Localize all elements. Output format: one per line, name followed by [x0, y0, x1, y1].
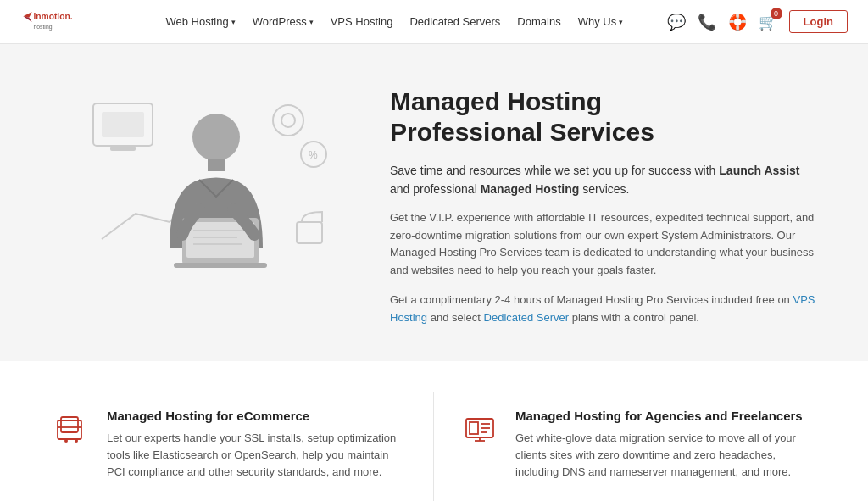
hero-desc: Get the V.I.P. experience with affordabl… — [390, 209, 817, 280]
hero-free-note: Get a complimentary 2-4 hours of Managed… — [390, 292, 817, 327]
hero-section: % — [0, 44, 868, 361]
svg-point-11 — [192, 114, 240, 161]
feature-agencies: Managed Hosting for Agencies and Freelan… — [434, 392, 817, 498]
support-icon[interactable]: 🛟 — [728, 13, 747, 31]
login-button[interactable]: Login — [789, 10, 848, 33]
nav-links: Web Hosting ▾ WordPress ▾ VPS Hosting De… — [165, 15, 623, 28]
web-hosting-caret: ▾ — [231, 18, 236, 26]
svg-rect-10 — [297, 222, 322, 243]
chat-icon[interactable]: 💬 — [667, 13, 686, 31]
feature-ecommerce: Managed Hosting for eCommerce Let our ex… — [51, 392, 434, 498]
agencies-title: Managed Hosting for Agencies and Freelan… — [515, 409, 817, 423]
svg-point-7 — [281, 114, 295, 127]
feature-enterprise: Managed Hosting for Enterprise-level Bus… — [51, 498, 434, 501]
features-section: Managed Hosting for eCommerce Let our ex… — [0, 361, 868, 501]
managed-hosting-text: Managed Hosting — [481, 182, 580, 196]
cart-badge: 0 — [771, 8, 782, 19]
nav-vps-hosting[interactable]: VPS Hosting — [331, 15, 393, 28]
launch-assist-text: Launch Assist — [719, 164, 799, 177]
agencies-text: Managed Hosting for Agencies and Freelan… — [515, 409, 817, 481]
hero-illustration: % — [85, 78, 339, 281]
ecommerce-desc: Let our experts handle your SSL installs… — [107, 430, 408, 481]
svg-point-21 — [64, 439, 68, 443]
dedicated-server-link[interactable]: Dedicated Server — [484, 311, 569, 324]
svg-rect-5 — [110, 146, 136, 151]
why-us-caret: ▾ — [619, 18, 623, 26]
cart-icon[interactable]: 🛒 0 — [759, 13, 777, 31]
svg-rect-15 — [174, 263, 267, 268]
feature-everything: Managed Hosting for Everything in Betwee… — [434, 498, 817, 501]
hero-title: Managed Hosting Professional Services — [390, 86, 817, 148]
svg-text:hosting: hosting — [33, 23, 52, 30]
nav-dedicated-servers[interactable]: Dedicated Servers — [409, 15, 500, 28]
logo[interactable]: inmotion. hosting — [20, 8, 122, 36]
hero-intro: Save time and resources while we set you… — [390, 161, 817, 199]
svg-rect-25 — [470, 422, 478, 434]
ecommerce-title: Managed Hosting for eCommerce — [107, 409, 408, 423]
svg-text:inmotion.: inmotion. — [33, 12, 72, 21]
phone-icon[interactable]: 📞 — [698, 13, 716, 31]
svg-point-6 — [273, 105, 303, 136]
nav-web-hosting[interactable]: Web Hosting ▾ — [165, 15, 235, 28]
wordpress-caret: ▾ — [309, 18, 314, 26]
svg-rect-12 — [208, 159, 225, 171]
nav-icons: 💬 📞 🛟 🛒 0 Login — [667, 10, 848, 33]
hero-text-area: Managed Hosting Professional Services Sa… — [390, 78, 817, 327]
svg-point-22 — [75, 439, 78, 443]
nav-why-us[interactable]: Why Us ▾ — [578, 15, 624, 28]
agencies-icon — [459, 409, 500, 449]
ecommerce-text: Managed Hosting for eCommerce Let our ex… — [107, 409, 408, 481]
svg-rect-3 — [102, 112, 144, 137]
navbar: inmotion. hosting Web Hosting ▾ WordPres… — [0, 0, 868, 44]
ecommerce-icon — [51, 409, 92, 449]
svg-rect-20 — [61, 417, 78, 432]
agencies-desc: Get white-glove data migration service t… — [515, 430, 817, 481]
svg-text:%: % — [309, 149, 318, 161]
hero-image-area: % — [68, 78, 356, 281]
nav-domains[interactable]: Domains — [517, 15, 560, 28]
nav-wordpress[interactable]: WordPress ▾ — [253, 15, 314, 28]
